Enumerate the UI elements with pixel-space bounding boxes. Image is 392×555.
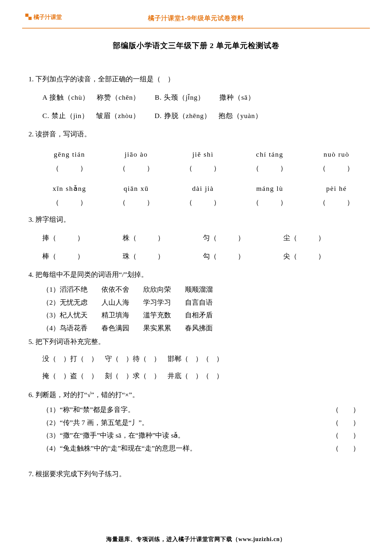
question-1-options-cd: C. 禁止（jìn） 皱眉（zhòu） D. 挣脱（zhēng） 抱怨（yuàn… <box>28 109 364 123</box>
question-6-item-4: （4）“兔走触株”中的“走”和现在“走”的意思一样。 （ ） <box>28 442 364 455</box>
pinyin-cell: jiě shì <box>176 147 230 161</box>
pinyin-cell: xīn shǎng <box>42 182 96 196</box>
question-5-line-1: 没（ ）打（ ） 守（ ）待（ ） 邯郸（ ）（ ） <box>28 352 364 366</box>
question-5-stem: 5. 把下列词语补充完整。 <box>28 335 364 349</box>
question-3-stem: 3. 辨字组词。 <box>28 213 364 227</box>
judge-text: （1）“称”和“禁”都是多音字。 <box>42 404 332 416</box>
bianzi-cell: 株（ ） <box>123 231 203 245</box>
logo-text: 橘子汁课堂 <box>34 13 62 21</box>
judge-blank: （ ） <box>332 429 364 442</box>
question-7-stem: 7. 根据要求完成下列句子练习。 <box>28 467 364 481</box>
question-3-row-2: 棒（ ） 珠（ ） 勾（ ） 尖（ ） <box>28 249 364 263</box>
question-6-item-2: （2）“传”共 7 画，第五笔是“丿”。 （ ） <box>28 417 364 429</box>
brand-logo: 橘子汁课堂 <box>25 13 62 21</box>
blank-cell: （ ） <box>42 196 96 209</box>
pinyin-cell: chí táng <box>243 147 297 161</box>
judge-text: （4）“兔走触株”中的“走”和现在“走”的意思一样。 <box>42 442 332 455</box>
question-4-group-1: （1）滔滔不绝 依依不舍 欣欣向荣 顺顺溜溜 <box>28 284 364 296</box>
question-3-row-1: 捧（ ） 株（ ） 匀（ ） 尘（ ） <box>28 231 364 245</box>
blank-cell: （ ） <box>109 161 163 175</box>
bianzi-cell: 捧（ ） <box>42 231 123 245</box>
bianzi-cell: 尖（ ） <box>283 249 364 263</box>
question-2-blank-row-2: （ ） （ ） （ ） （ ） （ ） <box>28 196 364 209</box>
question-6-item-3: （3）“撒”在“撒手”中读 sā，在“撒种”中读 sǎ。 （ ） <box>28 429 364 442</box>
judge-blank: （ ） <box>332 417 364 429</box>
question-1-stem: 1. 下列加点字的读音，全部正确的一组是（ ） <box>28 72 364 86</box>
page-footer: 海量题库、专项训练，进入橘子汁课堂官网下载（www.juzizhi.cn） <box>0 535 392 543</box>
pinyin-cell: máng lù <box>243 182 297 196</box>
judge-text: （2）“传”共 7 画，第五笔是“丿”。 <box>42 417 332 429</box>
document-title: 部编版小学语文三年级下册 2 单元单元检测试卷 <box>28 38 364 53</box>
bianzi-cell: 勾（ ） <box>203 249 283 263</box>
question-2-stem: 2. 读拼音，写词语。 <box>28 127 364 141</box>
blank-cell: （ ） <box>243 196 297 209</box>
blank-cell: （ ） <box>176 196 230 209</box>
question-6-stem: 6. 判断题，对的打“√”，错的打“×”。 <box>28 388 364 402</box>
judge-blank: （ ） <box>332 442 364 455</box>
blank-cell: （ ） <box>176 161 230 175</box>
blank-cell: （ ） <box>309 161 364 175</box>
question-2-pinyin-row-2: xīn shǎng qiān xū dài jià máng lù pèi hé <box>28 182 364 196</box>
judge-text: （3）“撒”在“撒手”中读 sā，在“撒种”中读 sǎ。 <box>42 429 332 442</box>
question-1-options-ab: A 接触（chù） 称赞（chēn） B. 头颈（jǐng） 撒种（sā） <box>28 90 364 104</box>
pinyin-cell: pèi hé <box>309 182 364 196</box>
pinyin-cell: gēng tián <box>42 147 96 161</box>
pinyin-cell: nuò ruò <box>309 147 364 161</box>
pinyin-cell: dài jià <box>176 182 230 196</box>
logo-icon <box>25 14 32 21</box>
judge-blank: （ ） <box>332 404 364 416</box>
header-subtitle: 橘子汁课堂1-9年级单元试卷资料 <box>148 14 244 22</box>
question-4-group-4: （4）鸟语花香 春色满园 果实累累 春风拂面 <box>28 322 364 334</box>
pinyin-cell: jiāo ào <box>109 147 163 161</box>
bianzi-cell: 匀（ ） <box>203 231 283 245</box>
bianzi-cell: 棒（ ） <box>42 249 123 263</box>
question-4-group-3: （3）杞人忧天 精卫填海 滥竽充数 自相矛盾 <box>28 309 364 321</box>
pinyin-cell: qiān xū <box>109 182 163 196</box>
blank-cell: （ ） <box>42 161 96 175</box>
question-4-group-2: （2）无忧无虑 人山人海 学习学习 自言自语 <box>28 296 364 309</box>
question-5-line-2: 掩（ ）盗（ ） 刻（ ）求（ ） 井底（ ）（ ） <box>28 369 364 383</box>
blank-cell: （ ） <box>109 196 163 209</box>
document-body: 部编版小学语文三年级下册 2 单元单元检测试卷 1. 下列加点字的读音，全部正确… <box>0 28 392 481</box>
blank-cell: （ ） <box>243 161 297 175</box>
page-header: 橘子汁课堂 橘子汁课堂1-9年级单元试卷资料 <box>22 9 370 28</box>
question-6-item-1: （1）“称”和“禁”都是多音字。 （ ） <box>28 404 364 416</box>
question-4-stem: 4. 把每组中不是同类的词语用“/”划掉。 <box>28 268 364 282</box>
blank-cell: （ ） <box>309 196 364 209</box>
question-2-pinyin-row-1: gēng tián jiāo ào jiě shì chí táng nuò r… <box>28 147 364 161</box>
bianzi-cell: 珠（ ） <box>123 249 203 263</box>
bianzi-cell: 尘（ ） <box>283 231 364 245</box>
question-2-blank-row-1: （ ） （ ） （ ） （ ） （ ） <box>28 161 364 175</box>
